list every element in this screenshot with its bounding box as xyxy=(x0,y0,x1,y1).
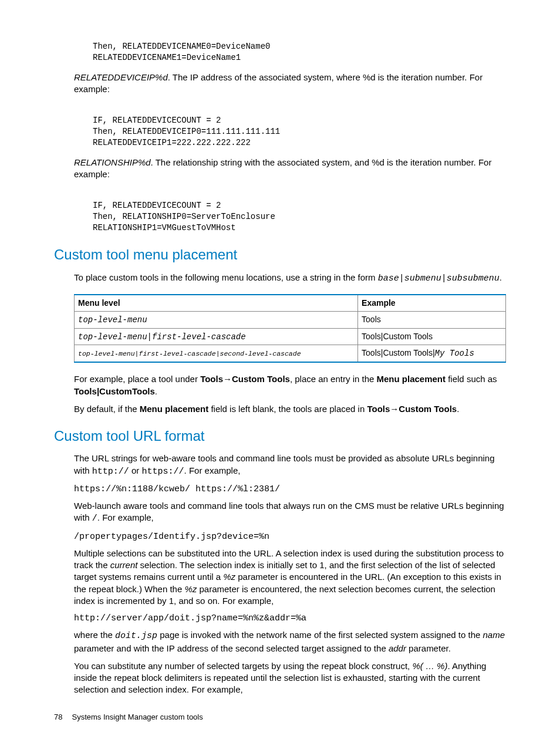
italic: %z xyxy=(184,584,197,594)
para-relationship: RELATIONSHIP%d. The relationship string … xyxy=(74,157,506,181)
text: To place custom tools in the following m… xyxy=(74,272,378,282)
footer-title: Systems Insight Manager custom tools xyxy=(72,712,203,723)
code-block-1: Then, RELATEDDEVICENAME0=DeviceName0 REL… xyxy=(93,41,506,63)
arrow-icon: → xyxy=(223,374,232,384)
text: . xyxy=(155,386,157,396)
para-example-placement: For example, place a tool under Tools→Cu… xyxy=(74,373,506,397)
bold: Tools xyxy=(200,374,223,384)
menu-level-table: Menu level Example top-level-menu Tools … xyxy=(74,294,506,363)
para-relative-url: Web-launch aware tools and command line … xyxy=(74,500,506,525)
heading-url-format: Custom tool URL format xyxy=(54,427,506,445)
page-body: Then, RELATEDDEVICENAME0=DeviceName0 REL… xyxy=(74,41,506,696)
code-url-example-2: /propertypages/Identify.jsp?device=%n xyxy=(74,531,506,543)
bold: Custom Tools xyxy=(232,374,290,384)
text: By default, if the xyxy=(74,404,140,414)
cell-example: Tools|Custom Tools|My Tools xyxy=(358,345,506,362)
code: My Tools xyxy=(435,349,474,358)
text: page is invoked with the network name of… xyxy=(157,630,483,640)
page-number: 78 xyxy=(54,712,62,723)
para-relateddeviceip: RELATEDDEVICEIP%d. The IP address of the… xyxy=(74,72,506,96)
text: or xyxy=(129,465,142,475)
term-relationship: RELATIONSHIP%d xyxy=(74,157,151,167)
term-relateddeviceip: RELATEDDEVICEIP%d xyxy=(74,72,168,82)
cell-level: top-level-menu xyxy=(78,315,147,325)
code: / xyxy=(92,514,97,524)
text: field such as xyxy=(446,374,497,384)
code-url-example-3: http://server/app/doit.jsp?name=%n%z&add… xyxy=(74,613,506,625)
heading-menu-placement: Custom tool menu placement xyxy=(54,245,506,264)
table-row: top-level-menu|first-level-cascade Tools… xyxy=(75,328,506,345)
text: parameter. xyxy=(406,643,451,653)
text: field is left blank, the tools are place… xyxy=(208,404,367,414)
italic: current xyxy=(110,560,138,570)
text: . xyxy=(457,404,459,414)
para-multiple-selections: Multiple selections can be substituted i… xyxy=(74,548,506,607)
code-block-2: IF, RELATEDDEVICECOUNT = 2 Then, RELATED… xyxy=(93,115,506,148)
cell-level: top-level-menu|first-level-cascade|secon… xyxy=(78,350,301,357)
italic: %( … %) xyxy=(412,661,447,671)
italic: %z xyxy=(223,572,235,582)
bold: Tools|CustomTools xyxy=(74,386,155,396)
text: Tools|Custom Tools| xyxy=(362,348,435,357)
para-menu-intro: To place custom tools in the following m… xyxy=(74,272,506,285)
para-default-placement: By default, if the Menu placement field … xyxy=(74,403,506,415)
arrow-icon: → xyxy=(390,404,399,414)
text: . For example, xyxy=(184,465,241,475)
italic: addr xyxy=(389,643,406,653)
italic: name xyxy=(483,630,505,640)
para-doit-explain: where the doit.jsp page is invoked with … xyxy=(74,629,506,654)
bold: Menu placement xyxy=(140,404,209,414)
table-row: top-level-menu|first-level-cascade|secon… xyxy=(75,345,506,362)
cell-level: top-level-menu|first-level-cascade xyxy=(78,332,246,342)
th-menu-level: Menu level xyxy=(75,295,358,311)
code: https:// xyxy=(142,467,184,477)
th-example: Example xyxy=(358,295,506,311)
cell-example: Tools|Custom Tools xyxy=(358,328,506,345)
text: . For example, xyxy=(97,512,154,522)
bold: Menu placement xyxy=(377,374,446,384)
code: base|submenu|subsubmenu xyxy=(378,274,500,283)
page-footer: 78 Systems Insight Manager custom tools xyxy=(54,712,203,723)
code: doit.jsp xyxy=(115,631,157,641)
table-header-row: Menu level Example xyxy=(75,295,506,311)
code: http:// xyxy=(92,467,129,477)
code-block-3: IF, RELATEDDEVICECOUNT = 2 Then, RELATIO… xyxy=(93,200,506,234)
table-row: top-level-menu Tools xyxy=(75,311,506,328)
text: where the xyxy=(74,630,115,640)
text: . xyxy=(500,272,502,282)
para-url-intro: The URL strings for web-aware tools and … xyxy=(74,453,506,478)
text: , place an entry in the xyxy=(290,374,377,384)
text: You can substitute any number of selecte… xyxy=(74,661,412,671)
bold: Tools xyxy=(367,404,390,414)
text: parameter and with the IP address of the… xyxy=(74,643,389,653)
bold: Custom Tools xyxy=(399,404,457,414)
para-repeat-block: You can substitute any number of selecte… xyxy=(74,660,506,696)
text: For example, place a tool under xyxy=(74,374,200,384)
cell-example: Tools xyxy=(358,311,506,328)
code-url-example-1: https://%n:1188/kcweb/ https://%l:2381/ xyxy=(74,484,506,495)
